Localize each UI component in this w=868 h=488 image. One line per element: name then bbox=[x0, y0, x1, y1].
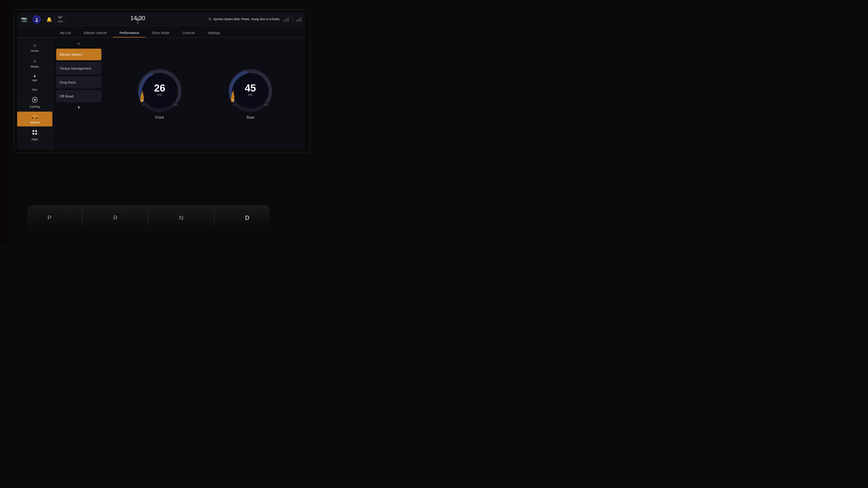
svg-point-0 bbox=[36, 18, 38, 20]
front-gauge-label: Front bbox=[155, 116, 164, 120]
song-title: Synchro System (feat. Pheelz, Young Jonn… bbox=[213, 18, 279, 21]
gear-selector-strip: P R N D bbox=[27, 205, 270, 230]
tab-performance[interactable]: Performance bbox=[113, 29, 146, 37]
svg-text:✓: ✓ bbox=[266, 101, 268, 104]
gear-drive-button[interactable]: D bbox=[236, 212, 258, 224]
gear-separator-3 bbox=[214, 210, 215, 226]
vehicle-icon bbox=[31, 114, 38, 120]
profile-avatar[interactable] bbox=[33, 15, 41, 23]
svg-marker-3 bbox=[34, 99, 36, 101]
sidebar: ⌂ Home ♪ Media ▲ NW Nav Car bbox=[17, 38, 53, 150]
front-gauge-container: 26 PS 0 340 ✓ Front bbox=[137, 68, 183, 120]
home-icon: ⌂ bbox=[33, 42, 36, 48]
temperature-display: 34° OUT bbox=[58, 15, 63, 23]
status-bar: 📷 🔔 34° OUT ⊕ 14:30 ▼ bbox=[17, 12, 305, 26]
svg-rect-7 bbox=[32, 130, 34, 132]
torque-management-button[interactable]: Torque Management bbox=[56, 63, 101, 74]
time-chevron: ▼ bbox=[136, 22, 139, 24]
clock-display: 14:30 ▼ bbox=[130, 14, 145, 24]
svg-text:PS: PS bbox=[157, 93, 162, 97]
rear-gauge-container: 45 PS 0 340 ✓ Rear bbox=[227, 68, 273, 120]
drag-race-button[interactable]: Drag Race bbox=[56, 76, 101, 88]
sidebar-item-media[interactable]: ♪ Media bbox=[17, 56, 52, 70]
apps-grid-icon bbox=[32, 130, 37, 136]
scroll-down-chevron[interactable]: ▼ bbox=[56, 105, 101, 110]
gear-reverse-button[interactable]: R bbox=[104, 212, 127, 224]
svg-text:✓: ✓ bbox=[175, 101, 178, 104]
front-gauge: 26 PS 0 340 ✓ bbox=[137, 68, 183, 113]
gear-neutral-button[interactable]: N bbox=[170, 212, 192, 224]
main-screen: 📷 🔔 34° OUT ⊕ 14:30 ▼ bbox=[17, 12, 305, 150]
tab-settings[interactable]: Settings bbox=[202, 29, 226, 37]
sidebar-item-apps[interactable]: Apps bbox=[17, 127, 52, 143]
main-content: ⌂ Home ♪ Media ▲ NW Nav Car bbox=[17, 38, 305, 150]
gauges-area: 26 PS 0 340 ✓ Front bbox=[105, 38, 305, 150]
left-panel: ▲ Electric Motors Torque Management Drag… bbox=[53, 38, 105, 150]
svg-rect-10 bbox=[35, 133, 37, 135]
rear-gauge-label: Rear bbox=[246, 116, 254, 120]
gear-separator-1 bbox=[82, 210, 83, 226]
svg-text:45: 45 bbox=[245, 83, 256, 94]
music-icon: ♪ bbox=[34, 58, 36, 64]
electric-motors-button[interactable]: Electric Motors bbox=[56, 48, 101, 60]
gear-park-button[interactable]: P bbox=[38, 212, 61, 224]
nav-tabs: My Car Electric vehicle Performance Driv… bbox=[17, 26, 305, 38]
tab-my-car[interactable]: My Car bbox=[54, 29, 78, 37]
sidebar-item-vehicle[interactable]: Vehicle bbox=[17, 111, 52, 126]
tab-controls[interactable]: Controls bbox=[176, 29, 202, 37]
svg-text:0: 0 bbox=[233, 104, 235, 106]
tab-drive-mode[interactable]: Drive Mode bbox=[146, 29, 176, 37]
camera-icon[interactable]: 📷 bbox=[21, 17, 27, 22]
svg-rect-9 bbox=[32, 133, 34, 135]
svg-text:PS: PS bbox=[248, 93, 253, 97]
gear-separator-2 bbox=[148, 210, 149, 226]
sidebar-item-nav[interactable]: ▲ NW Nav bbox=[17, 71, 52, 94]
nav-arrow-icon: ▲ bbox=[33, 74, 36, 78]
song-info[interactable]: ↻ Synchro System (feat. Pheelz, Young Jo… bbox=[209, 17, 279, 22]
notification-bell-icon[interactable]: 🔔 bbox=[46, 17, 52, 22]
scroll-up-chevron[interactable]: ▲ bbox=[56, 41, 101, 45]
off-road-button[interactable]: Off Road bbox=[56, 90, 101, 102]
svg-text:26: 26 bbox=[154, 83, 165, 94]
divider-4 bbox=[66, 16, 66, 23]
svg-text:0: 0 bbox=[143, 104, 144, 106]
carplay-icon bbox=[32, 97, 38, 104]
replay-icon: ↻ bbox=[209, 17, 212, 22]
svg-point-1 bbox=[35, 20, 38, 22]
tab-electric-vehicle[interactable]: Electric vehicle bbox=[78, 29, 113, 37]
sidebar-item-home[interactable]: ⌂ Home bbox=[17, 40, 52, 55]
rear-gauge: 45 PS 0 340 ✓ bbox=[227, 68, 273, 113]
svg-rect-8 bbox=[35, 130, 37, 132]
sidebar-item-carplay[interactable]: CarPlay bbox=[17, 95, 52, 111]
